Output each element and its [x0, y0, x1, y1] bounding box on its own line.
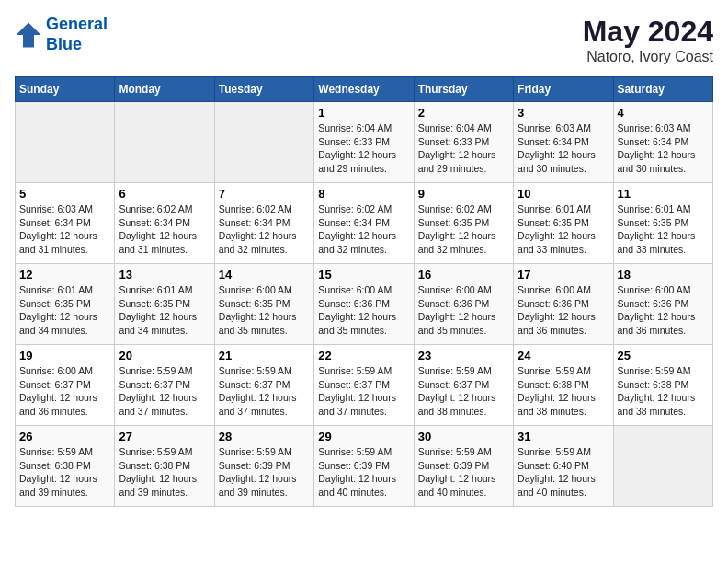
logo-icon	[15, 21, 42, 49]
day-number: 17	[518, 268, 609, 282]
day-number: 4	[618, 106, 709, 120]
day-info: Sunrise: 6:02 AMSunset: 6:34 PMDaylight:…	[119, 202, 210, 257]
day-number: 10	[518, 187, 609, 201]
day-number: 1	[318, 106, 409, 120]
calendar-day-30: 30Sunrise: 5:59 AMSunset: 6:39 PMDayligh…	[414, 426, 513, 507]
calendar-table: SundayMondayTuesdayWednesdayThursdayFrid…	[15, 76, 713, 507]
calendar-day-14: 14Sunrise: 6:00 AMSunset: 6:35 PMDayligh…	[214, 264, 313, 345]
calendar-day-29: 29Sunrise: 5:59 AMSunset: 6:39 PMDayligh…	[314, 426, 414, 507]
calendar-week-row: 12Sunrise: 6:01 AMSunset: 6:35 PMDayligh…	[16, 264, 713, 345]
day-number: 25	[618, 349, 709, 362]
calendar-week-row: 26Sunrise: 5:59 AMSunset: 6:38 PMDayligh…	[16, 426, 713, 507]
calendar-day-11: 11Sunrise: 6:01 AMSunset: 6:35 PMDayligh…	[613, 183, 712, 264]
day-number: 16	[418, 268, 509, 282]
day-info: Sunrise: 6:02 AMSunset: 6:35 PMDaylight:…	[418, 202, 509, 257]
weekday-header-wednesday: Wednesday	[314, 77, 414, 102]
calendar-week-row: 19Sunrise: 6:00 AMSunset: 6:37 PMDayligh…	[16, 345, 713, 426]
day-number: 28	[219, 430, 310, 443]
day-number: 9	[418, 187, 509, 201]
day-info: Sunrise: 5:59 AMSunset: 6:39 PMDaylight:…	[318, 445, 409, 500]
day-info: Sunrise: 6:03 AMSunset: 6:34 PMDaylight:…	[19, 202, 110, 257]
day-info: Sunrise: 6:03 AMSunset: 6:34 PMDaylight:…	[618, 121, 709, 176]
day-info: Sunrise: 6:01 AMSunset: 6:35 PMDaylight:…	[119, 283, 210, 338]
calendar-day-17: 17Sunrise: 6:00 AMSunset: 6:36 PMDayligh…	[514, 264, 613, 345]
day-info: Sunrise: 5:59 AMSunset: 6:37 PMDaylight:…	[119, 364, 210, 419]
calendar-day-4: 4Sunrise: 6:03 AMSunset: 6:34 PMDaylight…	[613, 102, 712, 183]
svg-marker-0	[17, 22, 41, 47]
day-info: Sunrise: 6:02 AMSunset: 6:34 PMDaylight:…	[318, 202, 409, 257]
day-info: Sunrise: 5:59 AMSunset: 6:39 PMDaylight:…	[219, 445, 310, 500]
day-info: Sunrise: 5:59 AMSunset: 6:38 PMDaylight:…	[618, 364, 709, 419]
day-info: Sunrise: 5:59 AMSunset: 6:38 PMDaylight:…	[518, 364, 609, 419]
day-info: Sunrise: 6:03 AMSunset: 6:34 PMDaylight:…	[518, 121, 609, 176]
day-number: 29	[318, 430, 409, 443]
day-number: 11	[618, 187, 709, 201]
calendar-day-20: 20Sunrise: 5:59 AMSunset: 6:37 PMDayligh…	[115, 345, 214, 426]
calendar-day-10: 10Sunrise: 6:01 AMSunset: 6:35 PMDayligh…	[514, 183, 613, 264]
day-number: 12	[19, 268, 110, 282]
day-number: 3	[518, 106, 609, 120]
day-number: 22	[318, 349, 409, 362]
weekday-header-tuesday: Tuesday	[214, 77, 313, 102]
calendar-day-13: 13Sunrise: 6:01 AMSunset: 6:35 PMDayligh…	[115, 264, 214, 345]
calendar-day-22: 22Sunrise: 5:59 AMSunset: 6:37 PMDayligh…	[314, 345, 414, 426]
day-number: 23	[418, 349, 509, 362]
day-info: Sunrise: 5:59 AMSunset: 6:37 PMDaylight:…	[418, 364, 509, 419]
day-info: Sunrise: 5:59 AMSunset: 6:40 PMDaylight:…	[518, 445, 609, 500]
weekday-header-saturday: Saturday	[613, 77, 712, 102]
calendar-day-9: 9Sunrise: 6:02 AMSunset: 6:35 PMDaylight…	[414, 183, 513, 264]
day-number: 31	[518, 430, 609, 443]
logo: General Blue	[15, 15, 108, 54]
calendar-day-28: 28Sunrise: 5:59 AMSunset: 6:39 PMDayligh…	[214, 426, 313, 507]
calendar-day-12: 12Sunrise: 6:01 AMSunset: 6:35 PMDayligh…	[16, 264, 115, 345]
calendar-empty-cell	[115, 102, 214, 183]
calendar-day-31: 31Sunrise: 5:59 AMSunset: 6:40 PMDayligh…	[514, 426, 613, 507]
calendar-week-row: 1Sunrise: 6:04 AMSunset: 6:33 PMDaylight…	[16, 102, 713, 183]
calendar-day-8: 8Sunrise: 6:02 AMSunset: 6:34 PMDaylight…	[314, 183, 414, 264]
calendar-day-18: 18Sunrise: 6:00 AMSunset: 6:36 PMDayligh…	[613, 264, 712, 345]
day-number: 18	[618, 268, 709, 282]
day-info: Sunrise: 5:59 AMSunset: 6:38 PMDaylight:…	[119, 445, 210, 500]
calendar-day-16: 16Sunrise: 6:00 AMSunset: 6:36 PMDayligh…	[414, 264, 513, 345]
day-info: Sunrise: 6:00 AMSunset: 6:36 PMDaylight:…	[518, 283, 609, 338]
day-number: 30	[418, 430, 509, 443]
page-header: General Blue May 2024 Natoro, Ivory Coas…	[15, 15, 713, 65]
day-number: 6	[119, 187, 210, 201]
location: Natoro, Ivory Coast	[583, 49, 713, 65]
day-info: Sunrise: 6:02 AMSunset: 6:34 PMDaylight:…	[219, 202, 310, 257]
calendar-day-25: 25Sunrise: 5:59 AMSunset: 6:38 PMDayligh…	[613, 345, 712, 426]
day-info: Sunrise: 6:00 AMSunset: 6:35 PMDaylight:…	[219, 283, 310, 338]
calendar-day-24: 24Sunrise: 5:59 AMSunset: 6:38 PMDayligh…	[514, 345, 613, 426]
calendar-day-23: 23Sunrise: 5:59 AMSunset: 6:37 PMDayligh…	[414, 345, 513, 426]
calendar-day-6: 6Sunrise: 6:02 AMSunset: 6:34 PMDaylight…	[115, 183, 214, 264]
day-info: Sunrise: 6:01 AMSunset: 6:35 PMDaylight:…	[19, 283, 110, 338]
weekday-header-thursday: Thursday	[414, 77, 513, 102]
day-number: 20	[119, 349, 210, 362]
day-number: 15	[318, 268, 409, 282]
calendar-day-19: 19Sunrise: 6:00 AMSunset: 6:37 PMDayligh…	[16, 345, 115, 426]
calendar-day-5: 5Sunrise: 6:03 AMSunset: 6:34 PMDaylight…	[16, 183, 115, 264]
day-number: 14	[219, 268, 310, 282]
day-number: 7	[219, 187, 310, 201]
day-info: Sunrise: 5:59 AMSunset: 6:37 PMDaylight:…	[219, 364, 310, 419]
calendar-day-15: 15Sunrise: 6:00 AMSunset: 6:36 PMDayligh…	[314, 264, 414, 345]
day-info: Sunrise: 6:00 AMSunset: 6:37 PMDaylight:…	[19, 364, 110, 419]
day-info: Sunrise: 6:04 AMSunset: 6:33 PMDaylight:…	[418, 121, 509, 176]
title-block: May 2024 Natoro, Ivory Coast	[583, 15, 713, 65]
day-number: 21	[219, 349, 310, 362]
weekday-header-row: SundayMondayTuesdayWednesdayThursdayFrid…	[16, 77, 713, 102]
calendar-day-1: 1Sunrise: 6:04 AMSunset: 6:33 PMDaylight…	[314, 102, 414, 183]
day-info: Sunrise: 5:59 AMSunset: 6:38 PMDaylight:…	[19, 445, 110, 500]
day-info: Sunrise: 6:01 AMSunset: 6:35 PMDaylight:…	[618, 202, 709, 257]
day-number: 26	[19, 430, 110, 443]
calendar-empty-cell	[214, 102, 313, 183]
calendar-week-row: 5Sunrise: 6:03 AMSunset: 6:34 PMDaylight…	[16, 183, 713, 264]
calendar-empty-cell	[613, 426, 712, 507]
weekday-header-monday: Monday	[115, 77, 214, 102]
day-number: 5	[19, 187, 110, 201]
day-number: 13	[119, 268, 210, 282]
day-number: 2	[418, 106, 509, 120]
day-info: Sunrise: 5:59 AMSunset: 6:37 PMDaylight:…	[318, 364, 409, 419]
logo-text: General Blue	[46, 15, 108, 54]
calendar-day-26: 26Sunrise: 5:59 AMSunset: 6:38 PMDayligh…	[16, 426, 115, 507]
